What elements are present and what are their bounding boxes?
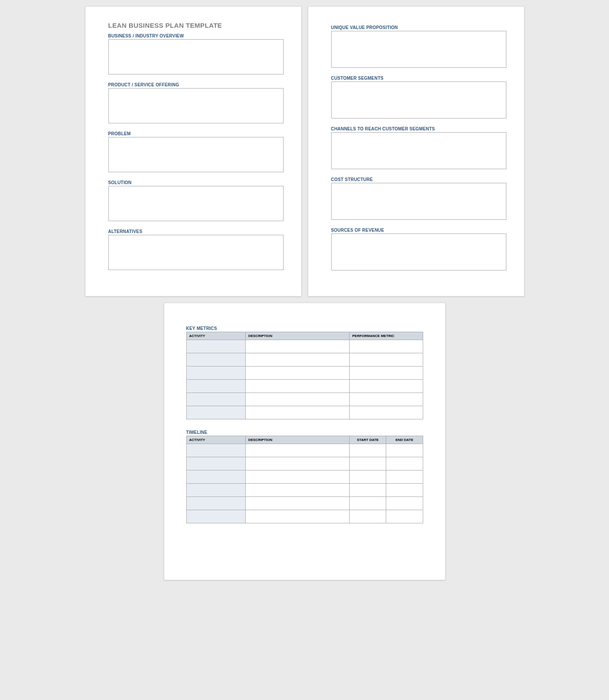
cell-metric[interactable] — [350, 406, 423, 419]
page-3: KEY METRICS ACTIVITY DESCRIPTION PERFORM… — [164, 303, 446, 580]
cell-activity[interactable] — [186, 406, 245, 419]
cell-activity[interactable] — [186, 510, 245, 523]
cell-description[interactable] — [245, 457, 349, 470]
cell-end[interactable] — [386, 457, 423, 470]
label-solution: SOLUTION — [108, 180, 284, 185]
cell-start[interactable] — [350, 510, 386, 523]
cell-metric[interactable] — [350, 393, 423, 406]
cell-description[interactable] — [245, 510, 349, 523]
cell-activity[interactable] — [186, 497, 245, 510]
cell-start[interactable] — [350, 497, 386, 510]
cell-end[interactable] — [386, 484, 423, 497]
th-tl-activity: ACTIVITY — [186, 436, 245, 444]
th-tl-end: END DATE — [386, 436, 423, 444]
th-km-description: DESCRIPTION — [245, 332, 349, 340]
cell-description[interactable] — [245, 393, 349, 406]
cell-start[interactable] — [350, 484, 386, 497]
field-alternatives: ALTERNATIVES — [108, 229, 284, 270]
th-tl-description: DESCRIPTION — [245, 436, 349, 444]
field-uvp: UNIQUE VALUE PROPOSITION — [331, 25, 506, 68]
cell-activity[interactable] — [186, 484, 245, 497]
input-alternatives[interactable] — [108, 235, 284, 270]
table-key-metrics: ACTIVITY DESCRIPTION PERFORMANCE METRIC — [186, 332, 423, 419]
cell-activity[interactable] — [186, 380, 245, 393]
input-uvp[interactable] — [331, 31, 506, 68]
table-row — [186, 484, 423, 497]
page-1: LEAN BUSINESS PLAN TEMPLATE BUSINESS / I… — [85, 6, 302, 296]
cell-description[interactable] — [245, 406, 349, 419]
cell-metric[interactable] — [350, 340, 423, 353]
label-alternatives: ALTERNATIVES — [108, 229, 284, 234]
table-row — [186, 444, 423, 457]
field-problem: PROBLEM — [108, 131, 284, 172]
field-customer-segments: CUSTOMER SEGMENTS — [331, 76, 506, 119]
table-body-timeline — [186, 444, 423, 523]
cell-metric[interactable] — [350, 367, 423, 380]
cell-end[interactable] — [386, 444, 423, 457]
label-revenue-sources: SOURCES OF REVENUE — [331, 228, 506, 233]
cell-description[interactable] — [245, 353, 349, 367]
field-revenue-sources: SOURCES OF REVENUE — [331, 228, 506, 270]
table-row — [186, 353, 423, 367]
cell-metric[interactable] — [350, 353, 423, 367]
th-km-metric: PERFORMANCE METRIC — [350, 332, 423, 340]
input-product-service[interactable] — [108, 88, 284, 123]
label-business-overview: BUSINESS / INDUSTRY OVERVIEW — [108, 33, 284, 38]
cell-start[interactable] — [350, 470, 386, 484]
field-channels: CHANNELS TO REACH CUSTOMER SEGMENTS — [331, 126, 506, 169]
label-key-metrics: KEY METRICS — [186, 326, 423, 331]
table-header-row: ACTIVITY DESCRIPTION PERFORMANCE METRIC — [186, 332, 423, 340]
pages-row-top: LEAN BUSINESS PLAN TEMPLATE BUSINESS / I… — [6, 6, 603, 296]
cell-end[interactable] — [386, 497, 423, 510]
input-channels[interactable] — [331, 132, 506, 169]
table-row — [186, 380, 423, 393]
cell-description[interactable] — [245, 470, 349, 484]
table-timeline: ACTIVITY DESCRIPTION START DATE END DATE — [186, 436, 423, 523]
th-tl-start: START DATE — [350, 436, 386, 444]
cell-activity[interactable] — [186, 340, 245, 353]
table-header-row: ACTIVITY DESCRIPTION START DATE END DATE — [186, 436, 423, 444]
label-channels: CHANNELS TO REACH CUSTOMER SEGMENTS — [331, 126, 506, 131]
cell-description[interactable] — [245, 497, 349, 510]
page-2: UNIQUE VALUE PROPOSITION CUSTOMER SEGMEN… — [308, 6, 524, 296]
cell-end[interactable] — [386, 470, 423, 484]
cell-description[interactable] — [245, 340, 349, 353]
input-cost-structure[interactable] — [331, 183, 506, 220]
cell-description[interactable] — [245, 444, 349, 457]
cell-end[interactable] — [386, 510, 423, 523]
label-timeline: TIMELINE — [186, 430, 423, 435]
input-customer-segments[interactable] — [331, 81, 506, 119]
field-solution: SOLUTION — [108, 180, 284, 221]
cell-activity[interactable] — [186, 470, 245, 484]
document-title: LEAN BUSINESS PLAN TEMPLATE — [108, 22, 284, 29]
cell-description[interactable] — [245, 484, 349, 497]
table-row — [186, 497, 423, 510]
cell-start[interactable] — [350, 444, 386, 457]
label-uvp: UNIQUE VALUE PROPOSITION — [331, 25, 506, 30]
table-row — [186, 510, 423, 523]
input-solution[interactable] — [108, 186, 284, 221]
cell-description[interactable] — [245, 380, 349, 393]
label-cost-structure: COST STRUCTURE — [331, 177, 506, 182]
field-business-overview: BUSINESS / INDUSTRY OVERVIEW — [108, 33, 284, 74]
input-revenue-sources[interactable] — [331, 233, 506, 270]
field-cost-structure: COST STRUCTURE — [331, 177, 506, 220]
th-km-activity: ACTIVITY — [186, 332, 245, 340]
cell-metric[interactable] — [350, 380, 423, 393]
table-body-key-metrics — [186, 340, 423, 419]
cell-start[interactable] — [350, 457, 386, 470]
table-row — [186, 470, 423, 484]
table-row — [186, 367, 423, 380]
field-product-service: PRODUCT / SERVICE OFFERING — [108, 82, 284, 123]
input-business-overview[interactable] — [108, 39, 284, 74]
pages-row-bottom: KEY METRICS ACTIVITY DESCRIPTION PERFORM… — [6, 303, 603, 580]
cell-description[interactable] — [245, 367, 349, 380]
input-problem[interactable] — [108, 137, 284, 172]
cell-activity[interactable] — [186, 457, 245, 470]
cell-activity[interactable] — [186, 353, 245, 367]
table-row — [186, 340, 423, 353]
cell-activity[interactable] — [186, 444, 245, 457]
cell-activity[interactable] — [186, 367, 245, 380]
table-row — [186, 457, 423, 470]
cell-activity[interactable] — [186, 393, 245, 406]
